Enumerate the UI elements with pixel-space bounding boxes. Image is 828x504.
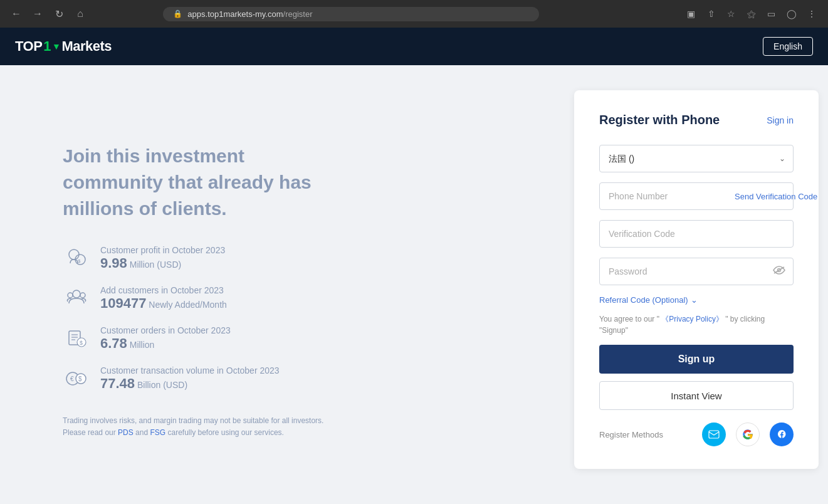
- chevron-down-small-icon: ⌄: [691, 295, 698, 305]
- svg-point-3: [73, 290, 80, 298]
- stat-item-profit: $ Customer profit in October 2023 9.98 M…: [63, 244, 527, 272]
- menu-btn[interactable]: ⋮: [803, 5, 820, 23]
- language-button[interactable]: English: [763, 37, 813, 56]
- fsg-link[interactable]: FSG: [150, 428, 165, 437]
- password-toggle-button[interactable]: [773, 266, 785, 277]
- sign-in-link[interactable]: Sign in: [767, 115, 794, 125]
- stat-text-profit: Customer profit in October 2023 9.98 Mil…: [100, 245, 225, 271]
- screenshot-btn[interactable]: ▣: [683, 5, 700, 23]
- country-select[interactable]: 法国 (): [600, 145, 793, 172]
- password-input[interactable]: [600, 258, 793, 285]
- sign-up-button[interactable]: Sign up: [599, 345, 794, 374]
- svg-text:$: $: [78, 258, 81, 264]
- password-group: [599, 258, 794, 285]
- star-btn[interactable]: ☆: [723, 5, 740, 23]
- lock-icon: 🔒: [173, 9, 182, 18]
- svg-point-5: [80, 293, 85, 298]
- url-display: apps.top1markets-my.com/register: [187, 9, 312, 19]
- share-btn[interactable]: ⇧: [703, 5, 720, 23]
- hero-title: Join this investment community that alre…: [63, 143, 338, 222]
- home-button[interactable]: ⌂: [71, 5, 89, 23]
- send-verification-code-button[interactable]: Send Verification Code: [727, 192, 825, 201]
- disclaimer: Trading involves risks, and margin tradi…: [63, 415, 338, 439]
- facebook-register-button[interactable]: [770, 423, 794, 446]
- stat-value-profit: 9.98 Million (USD): [100, 255, 225, 271]
- browser-chrome: ← → ↻ ⌂ 🔒 apps.top1markets-my.com/regist…: [0, 0, 828, 28]
- verification-code-group: [599, 220, 794, 248]
- terms-text: You agree to our " 《Privacy Policy》 " by…: [599, 313, 794, 336]
- address-bar[interactable]: 🔒 apps.top1markets-my.com/register: [163, 7, 539, 21]
- phone-input-wrapper: Send Verification Code: [599, 182, 794, 210]
- sidebar-btn[interactable]: ▭: [763, 5, 780, 23]
- top-nav: TOP 1 ▼ Markets English: [0, 28, 828, 65]
- country-selector-group: 法国 () ⌄: [599, 145, 794, 172]
- svg-text:$: $: [80, 340, 83, 346]
- logo: TOP 1 ▼ Markets: [15, 38, 112, 55]
- stat-text-orders: Customer orders in October 2023 6.78 Mil…: [100, 325, 231, 352]
- verification-input-wrapper: [599, 220, 794, 248]
- forward-button[interactable]: →: [29, 5, 46, 23]
- stats-list: $ Customer profit in October 2023 9.98 M…: [63, 244, 527, 392]
- stat-value-customers: 109477 Newly Added/Month: [100, 295, 227, 312]
- back-button[interactable]: ←: [8, 5, 25, 23]
- google-register-button[interactable]: [736, 423, 760, 446]
- register-methods-label: Register Methods: [599, 430, 692, 439]
- logo-1: 1: [43, 38, 51, 55]
- profit-icon: $: [63, 244, 90, 272]
- verification-code-input[interactable]: [600, 221, 793, 247]
- main-content: Join this investment community that alre…: [0, 65, 828, 504]
- svg-text:€: €: [70, 375, 74, 382]
- referral-section: Referral Code (Optional) ⌄: [599, 295, 794, 305]
- password-input-wrapper: [599, 258, 794, 285]
- browser-nav-buttons: ← → ↻ ⌂: [8, 5, 89, 23]
- logo-top: TOP: [15, 38, 42, 55]
- form-title: Register with Phone: [599, 113, 720, 127]
- email-register-button[interactable]: [702, 423, 726, 446]
- stat-text-customers: Add customers in October 2023 109477 New…: [100, 285, 227, 312]
- phone-input[interactable]: [600, 183, 727, 209]
- customers-icon: [63, 285, 90, 312]
- extensions-btn[interactable]: ⚝: [743, 5, 760, 23]
- phone-number-group: Send Verification Code: [599, 182, 794, 210]
- stat-text-volume: Customer transaction volume in October 2…: [100, 365, 280, 392]
- svg-point-4: [68, 293, 73, 298]
- reload-button[interactable]: ↻: [50, 5, 68, 23]
- stat-item-customers: Add customers in October 2023 109477 New…: [63, 285, 527, 312]
- logo-markets: Markets: [61, 38, 112, 55]
- card-header: Register with Phone Sign in: [599, 113, 794, 127]
- browser-actions: ▣ ⇧ ☆ ⚝ ▭ ◯ ⋮: [683, 5, 820, 23]
- referral-toggle-button[interactable]: Referral Code (Optional) ⌄: [599, 295, 698, 305]
- instant-view-button[interactable]: Instant View: [599, 381, 794, 410]
- volume-icon: € $: [63, 365, 90, 392]
- register-card: Register with Phone Sign in 法国 () ⌄ Send…: [574, 90, 819, 469]
- logo-arrow-icon: ▼: [52, 41, 60, 51]
- left-panel: Join this investment community that alre…: [0, 65, 565, 504]
- privacy-policy-link[interactable]: 《Privacy Policy》: [661, 315, 723, 323]
- stat-value-orders: 6.78 Million: [100, 335, 231, 352]
- stat-item-volume: € $ Customer transaction volume in Octob…: [63, 365, 527, 392]
- orders-icon: $: [63, 325, 90, 352]
- stat-item-orders: $ Customer orders in October 2023 6.78 M…: [63, 325, 527, 352]
- svg-text:$: $: [78, 375, 82, 382]
- country-select-wrapper: 法国 () ⌄: [599, 145, 794, 172]
- stat-value-volume: 77.48 Billion (USD): [100, 375, 280, 392]
- right-panel: Register with Phone Sign in 法国 () ⌄ Send…: [565, 65, 828, 504]
- register-methods: Register Methods: [599, 423, 794, 446]
- profile-btn[interactable]: ◯: [783, 5, 800, 23]
- pds-link[interactable]: PDS: [118, 428, 134, 437]
- svg-rect-14: [709, 431, 719, 438]
